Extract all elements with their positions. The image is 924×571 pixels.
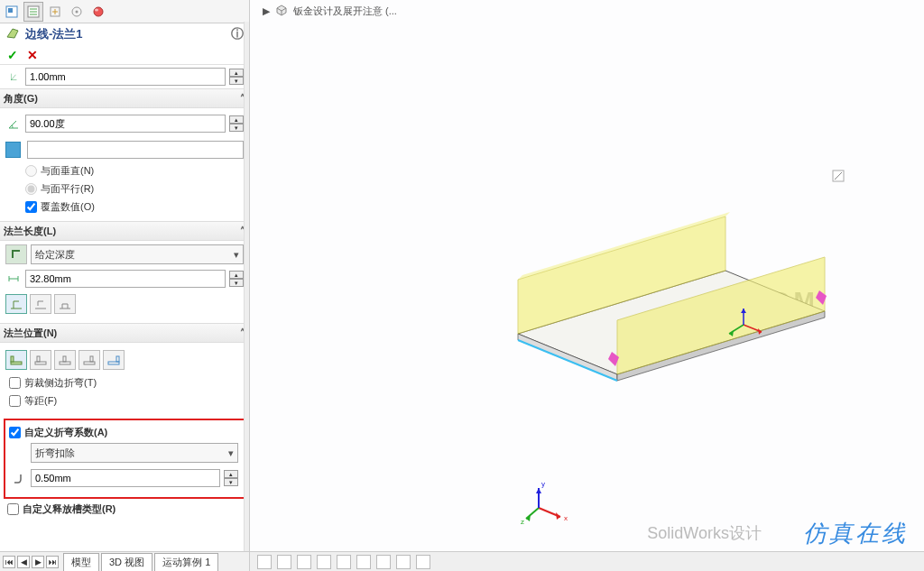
status-toolbar bbox=[250, 551, 924, 571]
svg-point-10 bbox=[95, 8, 98, 11]
length-spinner[interactable]: ▴▾ bbox=[229, 271, 244, 287]
tool-7[interactable] bbox=[376, 555, 391, 569]
check-custom-relief[interactable]: 自定义释放槽类型(R) bbox=[0, 499, 249, 517]
tab-feature-tree[interactable] bbox=[2, 2, 22, 22]
dropdown-arrow-icon: ▾ bbox=[228, 447, 234, 459]
radio-perpendicular[interactable]: 与面垂直(N) bbox=[5, 161, 244, 180]
pos-1[interactable] bbox=[5, 350, 27, 370]
face-select-box[interactable] bbox=[27, 141, 244, 159]
flange-position-label: 法兰位置(N) bbox=[4, 327, 57, 340]
tab-dimxpert[interactable] bbox=[67, 2, 87, 22]
tab-model[interactable]: 模型 bbox=[63, 553, 99, 571]
check-custom-bend[interactable]: 自定义折弯系数(A) bbox=[9, 423, 240, 441]
pos-5[interactable] bbox=[103, 350, 125, 370]
bend-deduction-icon bbox=[11, 470, 27, 486]
svg-text:x: x bbox=[564, 514, 568, 522]
svg-rect-16 bbox=[63, 356, 66, 362]
length-ref-2[interactable] bbox=[30, 294, 51, 314]
check-trim-side[interactable]: 剪裁侧边折弯(T) bbox=[5, 373, 244, 391]
svg-rect-18 bbox=[90, 356, 93, 362]
tool-5[interactable] bbox=[337, 555, 351, 569]
dropdown-arrow-icon: ▾ bbox=[234, 249, 239, 261]
length-ref-1[interactable] bbox=[5, 294, 27, 314]
radius-spinner[interactable]: ▴▾ bbox=[229, 69, 244, 85]
pos-4[interactable] bbox=[79, 350, 100, 370]
tool-3[interactable] bbox=[297, 555, 311, 569]
nav-first-icon[interactable]: ⏮ bbox=[3, 556, 15, 568]
length-icon: ⟀ bbox=[5, 69, 22, 85]
solidworks-watermark: SolidWorks设计 bbox=[647, 522, 762, 544]
section-flange-position[interactable]: 法兰位置(N) ˄ bbox=[0, 323, 249, 343]
help-icon[interactable]: ⓘ bbox=[231, 26, 244, 42]
breadcrumb-arrow-icon: ▶ bbox=[263, 5, 270, 17]
angle-icon bbox=[5, 115, 22, 132]
check-override[interactable]: 覆盖数值(O) bbox=[5, 198, 244, 216]
tab-nav-controls[interactable]: ⏮ ◀ ▶ ⏭ bbox=[0, 556, 61, 568]
svg-point-8 bbox=[76, 10, 79, 13]
flange-length-label: 法兰长度(L) bbox=[4, 225, 56, 238]
radius-input[interactable] bbox=[25, 68, 226, 86]
edge-flange-icon bbox=[5, 26, 20, 43]
angle-spinner[interactable]: ▴▾ bbox=[229, 115, 244, 132]
angle-input[interactable] bbox=[25, 115, 226, 133]
bend-allowance-highlight: 自定义折弯系数(A) 折弯扣除 ▾ ▴▾ bbox=[4, 419, 245, 499]
pos-2[interactable] bbox=[30, 350, 51, 370]
section-flange-length[interactable]: 法兰长度(L) ˄ bbox=[0, 221, 249, 241]
cancel-button[interactable]: ✕ bbox=[27, 48, 38, 62]
3d-viewport[interactable]: ▶ 钣金设计及展开注意 (... 1CAE.COM bbox=[250, 0, 924, 571]
tool-2[interactable] bbox=[277, 555, 291, 569]
length-type-dropdown[interactable]: 给定深度 ▾ bbox=[31, 244, 244, 264]
bend-spinner[interactable]: ▴▾ bbox=[224, 470, 238, 486]
svg-text:z: z bbox=[521, 518, 524, 526]
distance-icon bbox=[5, 271, 22, 287]
watermark-brand: 仿真在线 bbox=[803, 518, 908, 549]
svg-text:y: y bbox=[541, 480, 545, 488]
breadcrumb[interactable]: ▶ 钣金设计及展开注意 (... bbox=[263, 4, 397, 18]
svg-rect-12 bbox=[11, 356, 14, 362]
tab-config-manager[interactable] bbox=[45, 2, 65, 22]
nav-last-icon[interactable]: ⏭ bbox=[46, 556, 59, 568]
feature-title: 边线-法兰1 bbox=[25, 26, 83, 42]
origin-triad: x z y bbox=[521, 472, 575, 526]
tool-8[interactable] bbox=[396, 555, 411, 569]
tab-property-manager[interactable] bbox=[23, 2, 43, 22]
bend-value-input[interactable] bbox=[31, 469, 220, 487]
svg-rect-1 bbox=[8, 8, 13, 13]
3d-model bbox=[473, 135, 852, 388]
bend-type-dropdown[interactable]: 折弯扣除 ▾ bbox=[31, 443, 238, 463]
length-input[interactable] bbox=[25, 270, 226, 288]
tab-3d-view[interactable]: 3D 视图 bbox=[101, 553, 152, 571]
svg-rect-20 bbox=[116, 356, 119, 362]
tool-9[interactable] bbox=[416, 555, 430, 569]
tool-4[interactable] bbox=[317, 555, 331, 569]
svg-point-9 bbox=[94, 7, 103, 16]
tool-1[interactable] bbox=[257, 555, 272, 569]
ok-button[interactable]: ✓ bbox=[7, 48, 18, 62]
angle-header-label: 角度(G) bbox=[4, 92, 38, 106]
feature-manager-tabs[interactable] bbox=[0, 0, 249, 23]
radio-parallel[interactable]: 与面平行(R) bbox=[5, 180, 244, 198]
svg-marker-45 bbox=[536, 488, 541, 493]
tool-6[interactable] bbox=[356, 555, 371, 569]
breadcrumb-label: 钣金设计及展开注意 (... bbox=[293, 5, 397, 18]
svg-rect-14 bbox=[37, 356, 40, 362]
tab-appearance[interactable] bbox=[88, 2, 108, 22]
panel-scrollbar[interactable] bbox=[244, 22, 249, 551]
length-ref-3[interactable] bbox=[54, 294, 76, 314]
face-select-icon[interactable] bbox=[5, 142, 21, 158]
section-angle[interactable]: 角度(G) ˄ bbox=[0, 88, 249, 108]
check-offset[interactable]: 等距(F) bbox=[5, 391, 244, 410]
nav-prev-icon[interactable]: ◀ bbox=[17, 556, 30, 568]
part-icon bbox=[275, 4, 288, 18]
pos-3[interactable] bbox=[54, 350, 76, 370]
nav-next-icon[interactable]: ▶ bbox=[32, 556, 44, 568]
tab-motion-study[interactable]: 运动算例 1 bbox=[154, 553, 218, 571]
blind-icon bbox=[5, 244, 27, 264]
